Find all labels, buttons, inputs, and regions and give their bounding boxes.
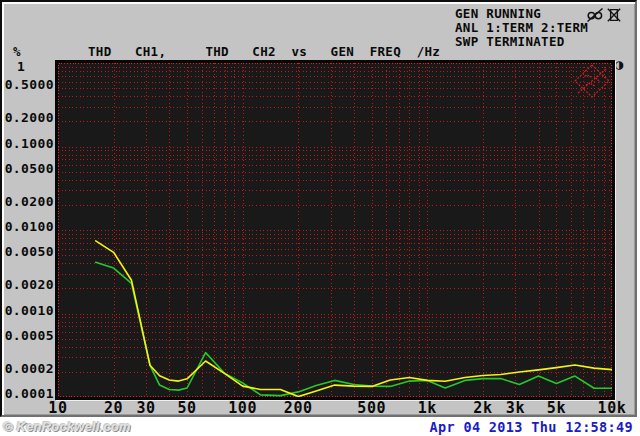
plot-area	[55, 60, 615, 400]
contrast-icon: ◑	[615, 57, 623, 71]
display-off-icon	[606, 7, 622, 23]
y-tick-0.0050: 0.0050	[2, 245, 54, 258]
y-tick-0.5000: 0.5000	[2, 78, 54, 91]
watermark: © KenRockwell.com	[3, 419, 131, 434]
analyzer-screen: GEN RUNNINGANL 1:TERM 2:TERMSWP TERMINAT…	[0, 0, 640, 436]
trace-lines	[96, 241, 612, 397]
x-tick-10k: 10k	[598, 401, 627, 415]
trace-thd-ch1	[96, 241, 612, 397]
y-tick-0.0010: 0.0010	[2, 304, 54, 317]
y-tick-0.0002: 0.0002	[2, 362, 54, 375]
y-tick-0.0005: 0.0005	[2, 329, 54, 342]
y-tick-0.0020: 0.0020	[2, 278, 54, 291]
x-tick-1k: 1k	[418, 401, 437, 415]
x-tick-30: 30	[136, 401, 155, 415]
datetime-stamp: Apr 04 2013 Thu 12:58:49	[430, 419, 633, 435]
x-tick-5k: 5k	[547, 401, 566, 415]
status-line-1: ANL 1:TERM 2:TERM	[455, 21, 588, 35]
chart-title: THD CH1, THD CH2 vs GEN FREQ /Hz	[88, 44, 440, 59]
y-axis-unit-label: %	[13, 44, 21, 59]
trace-thd-ch2	[96, 262, 612, 395]
rs-logo-icon	[575, 65, 609, 97]
x-tick-500: 500	[357, 401, 386, 415]
x-tick-3k: 3k	[506, 401, 525, 415]
x-tick-10: 10	[48, 401, 67, 415]
y-tick-0.0100: 0.0100	[2, 220, 54, 233]
speakers-muted-icon	[586, 7, 604, 23]
x-tick-50: 50	[177, 401, 196, 415]
x-tick-20: 20	[104, 401, 123, 415]
y-tick-0.0500: 0.0500	[2, 162, 54, 175]
grid-lines	[58, 63, 612, 397]
status-line-2: SWP TERMINATED	[455, 35, 588, 49]
y-tick-0.2000: 0.2000	[2, 111, 54, 124]
status-panel: GEN RUNNINGANL 1:TERM 2:TERMSWP TERMINAT…	[455, 7, 588, 49]
status-line-0: GEN RUNNING	[455, 7, 588, 21]
plot-canvas	[58, 63, 612, 397]
x-tick-100: 100	[228, 401, 257, 415]
y-tick-1: 1	[17, 60, 25, 73]
y-tick-0.1000: 0.1000	[2, 137, 54, 150]
y-tick-0.0001: 0.0001	[2, 387, 54, 400]
x-tick-200: 200	[284, 401, 313, 415]
x-tick-2k: 2k	[473, 401, 492, 415]
y-tick-0.0200: 0.0200	[2, 195, 54, 208]
